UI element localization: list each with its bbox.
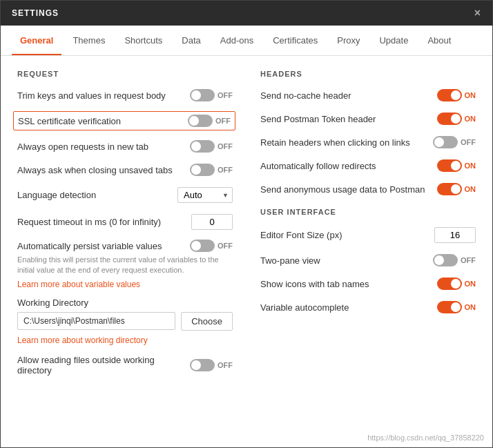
watermark: https://blog.csdn.net/qq_37858220 bbox=[1, 429, 492, 447]
no-cache-toggle[interactable]: ON bbox=[437, 89, 476, 101]
persist-variable-thumb bbox=[191, 241, 201, 251]
tab-general[interactable]: General bbox=[12, 26, 61, 55]
two-pane-state: OFF bbox=[461, 256, 476, 264]
ask-closing-toggle[interactable]: OFF bbox=[190, 164, 233, 176]
tab-update[interactable]: Update bbox=[371, 26, 416, 55]
two-pane-toggle[interactable]: OFF bbox=[433, 254, 476, 266]
auto-redirects-track[interactable] bbox=[437, 159, 462, 172]
postman-token-thumb bbox=[451, 114, 461, 124]
show-icons-track[interactable] bbox=[437, 277, 462, 290]
postman-token-label: Send Postman Token header bbox=[260, 114, 437, 124]
two-pane-thumb bbox=[434, 255, 444, 265]
trim-keys-row: Trim keys and values in request body OFF bbox=[17, 88, 233, 103]
allow-reading-files-label: Allow reading files outside working dire… bbox=[17, 355, 190, 376]
no-cache-state: ON bbox=[465, 91, 476, 99]
show-icons-toggle[interactable]: ON bbox=[437, 277, 476, 290]
anon-usage-thumb bbox=[451, 184, 461, 194]
show-icons-thumb bbox=[451, 279, 461, 289]
var-autocomplete-toggle[interactable]: ON bbox=[437, 301, 476, 313]
tab-about[interactable]: About bbox=[419, 26, 459, 55]
retain-headers-thumb bbox=[434, 137, 444, 147]
ssl-cert-label: SSL certificate verification bbox=[18, 116, 188, 126]
trim-keys-state: OFF bbox=[218, 91, 233, 99]
left-panel: REQUEST Trim keys and values in request … bbox=[17, 70, 233, 416]
var-autocomplete-track[interactable] bbox=[437, 301, 462, 313]
two-pane-row: Two-pane view OFF bbox=[260, 253, 476, 268]
postman-token-toggle[interactable]: ON bbox=[437, 113, 476, 125]
ssl-cert-row: SSL certificate verification OFF bbox=[13, 111, 235, 130]
open-new-tab-state: OFF bbox=[218, 142, 233, 150]
var-autocomplete-thumb bbox=[451, 302, 461, 312]
settings-title: SETTINGS bbox=[12, 8, 59, 18]
anon-usage-track[interactable] bbox=[437, 183, 462, 195]
ask-closing-track[interactable] bbox=[190, 164, 215, 176]
two-pane-track[interactable] bbox=[433, 254, 458, 266]
learn-more-variable-link[interactable]: Learn more about variable values bbox=[17, 280, 140, 289]
retain-headers-row: Retain headers when clicking on links OF… bbox=[260, 135, 476, 150]
two-pane-label: Two-pane view bbox=[260, 255, 433, 266]
content-area: REQUEST Trim keys and values in request … bbox=[1, 56, 492, 429]
request-timeout-input[interactable] bbox=[191, 214, 233, 230]
retain-headers-toggle[interactable]: OFF bbox=[433, 136, 476, 148]
learn-more-working-dir-link[interactable]: Learn more about working directory bbox=[17, 335, 148, 345]
anon-usage-row: Send anonymous usage data to Postman ON bbox=[260, 182, 476, 197]
anon-usage-toggle[interactable]: ON bbox=[437, 183, 476, 195]
retain-headers-state: OFF bbox=[461, 138, 476, 146]
trim-keys-thumb bbox=[191, 90, 201, 100]
open-new-tab-toggle[interactable]: OFF bbox=[190, 140, 233, 153]
ssl-cert-state: OFF bbox=[215, 117, 231, 125]
font-size-label: Editor Font Size (px) bbox=[260, 230, 434, 240]
working-directory-input[interactable] bbox=[17, 312, 175, 330]
auto-redirects-toggle[interactable]: ON bbox=[437, 159, 476, 172]
auto-redirects-thumb bbox=[451, 161, 461, 171]
persist-variable-section: Automatically persist variable values OF… bbox=[17, 240, 233, 289]
request-timeout-label: Request timeout in ms (0 for infinity) bbox=[17, 217, 191, 227]
open-new-tab-track[interactable] bbox=[190, 140, 215, 153]
title-bar: SETTINGS × bbox=[1, 1, 492, 26]
persist-variable-header: Automatically persist variable values OF… bbox=[17, 240, 233, 252]
postman-token-row: Send Postman Token header ON bbox=[260, 111, 476, 126]
tab-addons[interactable]: Add-ons bbox=[212, 26, 262, 55]
no-cache-track[interactable] bbox=[437, 89, 462, 101]
auto-redirects-row: Automatically follow redirects ON bbox=[260, 158, 476, 173]
persist-variable-track[interactable] bbox=[190, 240, 215, 252]
tab-proxy[interactable]: Proxy bbox=[329, 26, 368, 55]
persist-variable-label: Automatically persist variable values bbox=[17, 241, 190, 251]
persist-variable-toggle[interactable]: OFF bbox=[190, 240, 233, 252]
working-directory-row: Choose bbox=[17, 312, 233, 331]
lang-detect-select-wrapper[interactable]: Auto bbox=[177, 187, 233, 203]
show-icons-label: Show icons with tab names bbox=[260, 279, 437, 289]
retain-headers-track[interactable] bbox=[433, 136, 458, 148]
tab-themes[interactable]: Themes bbox=[64, 26, 113, 55]
ssl-cert-toggle[interactable]: OFF bbox=[188, 115, 231, 127]
anon-usage-state: ON bbox=[465, 185, 476, 193]
ssl-cert-track[interactable] bbox=[188, 115, 213, 127]
request-section-title: REQUEST bbox=[17, 70, 233, 78]
postman-token-track[interactable] bbox=[437, 113, 462, 125]
trim-keys-toggle[interactable]: OFF bbox=[190, 89, 233, 101]
lang-detect-select[interactable]: Auto bbox=[177, 187, 233, 203]
choose-button[interactable]: Choose bbox=[181, 312, 233, 331]
working-directory-section: Working Directory Choose Learn more abou… bbox=[17, 298, 233, 345]
var-autocomplete-row: Variable autocomplete ON bbox=[260, 300, 476, 315]
close-button[interactable]: × bbox=[474, 8, 481, 19]
show-icons-row: Show icons with tab names ON bbox=[260, 276, 476, 291]
lang-detect-label: Language detection bbox=[17, 190, 177, 200]
open-new-tab-row: Always open requests in new tab OFF bbox=[17, 139, 233, 154]
allow-reading-files-toggle[interactable]: OFF bbox=[190, 359, 233, 371]
anon-usage-label: Send anonymous usage data to Postman bbox=[260, 184, 437, 195]
settings-window: SETTINGS × General Themes Shortcuts Data… bbox=[0, 0, 493, 448]
allow-reading-files-track[interactable] bbox=[190, 359, 215, 371]
tab-certificates[interactable]: Certificates bbox=[264, 26, 326, 55]
auto-redirects-label: Automatically follow redirects bbox=[260, 161, 437, 171]
tab-data[interactable]: Data bbox=[173, 26, 209, 55]
tab-shortcuts[interactable]: Shortcuts bbox=[116, 26, 171, 55]
lang-detect-row: Language detection Auto bbox=[17, 186, 233, 204]
font-size-input[interactable] bbox=[434, 227, 476, 243]
working-directory-label: Working Directory bbox=[17, 298, 233, 308]
allow-reading-files-row: Allow reading files outside working dire… bbox=[17, 353, 233, 377]
allow-reading-files-thumb bbox=[191, 360, 201, 370]
trim-keys-track[interactable] bbox=[190, 89, 215, 101]
no-cache-thumb bbox=[451, 90, 461, 100]
persist-variable-desc: Enabling this will persist the current v… bbox=[17, 255, 233, 276]
